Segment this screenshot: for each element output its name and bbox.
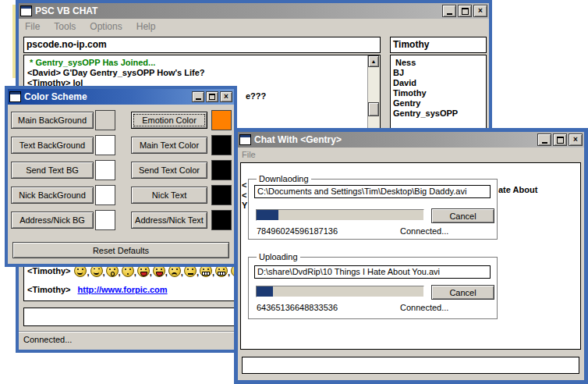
upload-status: Connected... (400, 303, 448, 312)
smiley-separator: , (87, 268, 89, 277)
upload-bytes: 64365136648833536 (257, 303, 338, 312)
chat-line-joined: * Gentry_sysOPP Has Joined... (27, 58, 378, 68)
main-background-swatch (95, 110, 115, 130)
scroll-up-icon: ▲ (371, 59, 377, 64)
chat-fragment-bold: ate About (498, 185, 537, 195)
text-background-button[interactable]: Text BackGround (11, 137, 94, 154)
emotion-color-button[interactable]: Emotion Color (131, 112, 207, 129)
main-menubar: File Tools Options Help (25, 19, 489, 34)
main-text-color-button[interactable]: Main Text Color (131, 137, 207, 154)
minimize-icon (447, 13, 452, 15)
smiley-separator: , (134, 268, 136, 277)
chat-line-fragment: e??? (246, 91, 266, 101)
desktop: PSC VB CHAT × File Tools Options Help ps… (0, 0, 588, 384)
close-icon: × (573, 136, 578, 144)
maximize-button[interactable] (553, 133, 567, 146)
minimize-button[interactable] (442, 5, 456, 17)
maximize-button[interactable] (206, 91, 218, 102)
address-nick-text-swatch (211, 210, 232, 230)
scroll-up-button[interactable]: ▲ (368, 55, 379, 67)
chat-fragment: Y (242, 201, 247, 211)
dialog-icon (9, 91, 21, 102)
address-nick-bg-button[interactable]: Address/Nick BG (11, 212, 94, 229)
chat-link[interactable]: http://www.forpic.com (78, 285, 168, 294)
uploading-group: Uploading D:\share\DvdRip\10 Things I Ha… (248, 257, 498, 319)
nick-input[interactable]: Timothy (390, 37, 487, 53)
menu-options[interactable]: Options (90, 21, 122, 32)
user-list-item[interactable]: Timothy (391, 88, 486, 98)
minimize-button[interactable] (537, 133, 551, 146)
chat-fragment: < (242, 190, 246, 201)
maximize-icon (557, 137, 564, 144)
downloading-label: Downlaoding (257, 174, 311, 183)
download-path-field[interactable]: C:\Documents and Settings\Tim\Desktop\Bi… (254, 185, 491, 198)
user-list-item[interactable]: Gentry_sysOPP (391, 108, 486, 119)
color-scheme-dialog: Color Scheme × Main BackGround Text Back… (5, 86, 237, 267)
nick-text-swatch (211, 185, 232, 205)
chat-line-link: <Timothy> http://www.forpic.com (27, 285, 168, 295)
chat-with-titlebar[interactable]: Chat With <Gentry> × (238, 132, 584, 148)
user-list-item[interactable]: BJ (391, 68, 486, 78)
nick-background-button[interactable]: Nick BackGround (11, 187, 94, 204)
upload-cancel-button[interactable]: Cancel (431, 285, 494, 300)
chat-with-title: Chat With <Gentry> (254, 134, 536, 145)
color-scheme-titlebar[interactable]: Color Scheme × (8, 89, 234, 105)
user-list-item[interactable]: Gentry (391, 98, 486, 108)
nick-text-button[interactable]: Nick Text (131, 187, 207, 204)
smiley-separator: , (119, 268, 121, 277)
menu-file[interactable]: File (25, 21, 40, 32)
download-cancel-button[interactable]: Cancel (431, 208, 494, 223)
user-list-item[interactable]: David (391, 78, 486, 88)
send-text-color-button[interactable]: Send Text Color (131, 162, 207, 179)
menu-file[interactable]: File (242, 150, 256, 159)
close-button[interactable]: × (569, 133, 583, 146)
downloading-group: Downlaoding C:\Documents and Settings\Ti… (248, 179, 498, 240)
close-icon: × (478, 7, 483, 15)
color-scheme-title: Color Scheme (24, 91, 190, 102)
address-nick-bg-swatch (95, 210, 115, 230)
transfer-chat-area: < < Y ate About Downlaoding C:\Documents… (240, 162, 581, 350)
user-list-item[interactable]: Ness (391, 58, 486, 68)
main-background-button[interactable]: Main BackGround (11, 112, 94, 129)
upload-progress-bar (256, 286, 424, 297)
chat-with-menubar: File (242, 148, 270, 161)
emotion-color-swatch (211, 110, 232, 130)
download-bytes: 78496024596187136 (257, 226, 338, 236)
smiley-separator: , (212, 268, 214, 277)
upload-path-field[interactable]: D:\share\DvdRip\10 Things I Hate About Y… (254, 265, 491, 279)
menu-tools[interactable]: Tools (54, 21, 76, 32)
close-button[interactable]: × (473, 5, 487, 17)
smiley-separator: , (165, 268, 168, 277)
menu-help[interactable]: Help (136, 21, 156, 32)
send-text-bg-swatch (95, 160, 115, 180)
address-input[interactable]: pscode.no-ip.com (23, 37, 381, 53)
download-progress-bar (256, 209, 424, 221)
minimize-button[interactable] (192, 91, 204, 102)
smiley-separator: , (197, 268, 199, 277)
maximize-button[interactable] (458, 5, 472, 17)
send-text-bg-button[interactable]: Send Text BG (11, 162, 94, 179)
nick-background-swatch (95, 185, 115, 205)
smiley-separator: , (103, 268, 105, 277)
download-progress-fill (257, 210, 278, 220)
text-background-swatch (95, 135, 115, 155)
address-nick-text-button[interactable]: Address/Nick Text (131, 212, 207, 229)
smiley-separator: , (228, 268, 230, 277)
main-titlebar[interactable]: PSC VB CHAT × (19, 3, 489, 19)
chat-window-icon (239, 134, 251, 145)
reset-defaults-button[interactable]: Reset Defaults (12, 242, 229, 258)
upload-progress-fill (257, 286, 273, 297)
send-text-color-swatch (211, 160, 232, 180)
minimize-icon (542, 142, 547, 144)
maximize-icon (462, 8, 469, 15)
maximize-icon (209, 94, 215, 100)
chat-with-window: Chat With <Gentry> × File < < Y ate Abou… (234, 128, 588, 384)
close-icon: × (224, 93, 228, 101)
chat-with-message-input[interactable] (242, 357, 579, 374)
uploading-label: Uploading (257, 252, 300, 261)
close-button[interactable]: × (220, 91, 232, 102)
scroll-thumb[interactable] (368, 102, 379, 116)
chat-fragment: < (242, 180, 246, 190)
chat-nick: <Timothy> (27, 266, 70, 276)
download-status: Connected... (400, 226, 448, 236)
